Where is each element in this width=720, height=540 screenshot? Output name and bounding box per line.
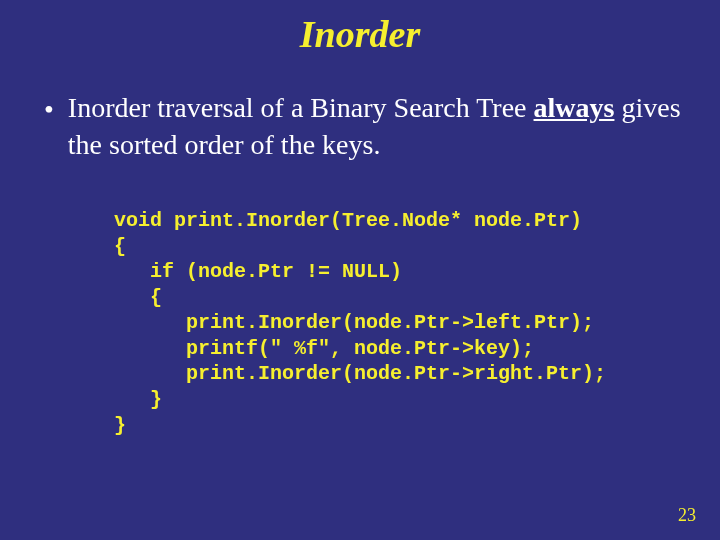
code-line-6: printf(" %f", node.Ptr->key); [114, 337, 534, 360]
bullet-text-always: always [534, 92, 615, 123]
bullet-text-pre: Inorder traversal of a Binary Search Tre… [68, 92, 534, 123]
bullet-text: Inorder traversal of a Binary Search Tre… [68, 90, 684, 164]
code-line-7: print.Inorder(node.Ptr->right.Ptr); [114, 362, 606, 385]
code-line-5: print.Inorder(node.Ptr->left.Ptr); [114, 311, 594, 334]
code-line-2: { [114, 235, 126, 258]
slide: Inorder • Inorder traversal of a Binary … [0, 0, 720, 540]
code-block: void print.Inorder(Tree.Node* node.Ptr) … [0, 164, 720, 438]
page-number: 23 [678, 505, 696, 526]
code-line-4: { [114, 286, 162, 309]
code-line-1: void print.Inorder(Tree.Node* node.Ptr) [114, 209, 582, 232]
code-line-3: if (node.Ptr != NULL) [114, 260, 402, 283]
slide-title: Inorder [0, 0, 720, 90]
bullet-item: • Inorder traversal of a Binary Search T… [0, 90, 720, 164]
bullet-dot: • [44, 90, 68, 129]
code-line-8: } [114, 388, 162, 411]
code-line-9: } [114, 414, 126, 437]
